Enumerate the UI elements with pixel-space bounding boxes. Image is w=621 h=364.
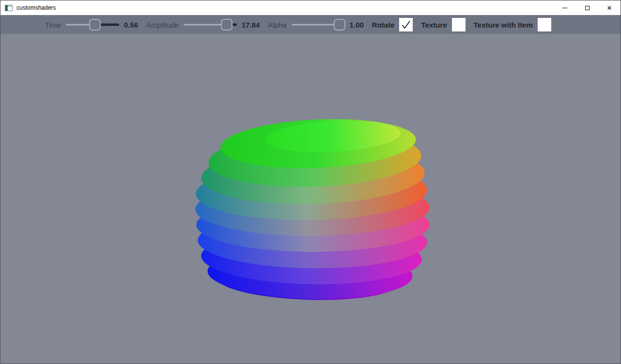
maximize-icon bbox=[585, 6, 590, 10]
time-value: 0.56 bbox=[124, 21, 138, 29]
texture-label[interactable]: Texture bbox=[421, 21, 447, 29]
app-window-icon bbox=[5, 5, 13, 11]
minimize-button[interactable] bbox=[554, 0, 576, 15]
time-label: Time bbox=[45, 21, 61, 29]
alpha-slider[interactable] bbox=[292, 19, 345, 30]
time-slider-handle[interactable] bbox=[89, 19, 101, 30]
alpha-slider-group: Alpha 1.00 bbox=[268, 19, 364, 30]
alpha-slider-handle[interactable] bbox=[334, 19, 345, 30]
alpha-value: 1.00 bbox=[350, 21, 364, 29]
shader-scene bbox=[0, 34, 621, 364]
amplitude-value: 17.84 bbox=[242, 21, 260, 29]
texture-with-item-checkbox-group: Texture with Item bbox=[474, 18, 551, 31]
rotate-label[interactable]: Rotate bbox=[372, 21, 395, 29]
amplitude-slider[interactable] bbox=[184, 19, 237, 30]
amplitude-slider-group: Amplitude 17.84 bbox=[146, 19, 260, 30]
alpha-label: Alpha bbox=[268, 21, 286, 29]
toolbar: Time 0.56 Amplitude 17.84 Alpha bbox=[0, 15, 621, 34]
titlebar[interactable]: customshaders ✕ bbox=[0, 0, 621, 15]
close-button[interactable]: ✕ bbox=[598, 0, 621, 15]
app-window: customshaders ✕ Time 0.56 Amplitude bbox=[0, 0, 621, 364]
check-icon bbox=[401, 19, 411, 30]
amplitude-label: Amplitude bbox=[146, 21, 179, 29]
texture-with-item-checkbox[interactable] bbox=[538, 18, 551, 31]
window-title: customshaders bbox=[16, 4, 56, 11]
texture-checkbox-group: Texture bbox=[421, 18, 465, 31]
rotate-checkbox-group: Rotate bbox=[372, 18, 413, 31]
window-controls: ✕ bbox=[554, 0, 621, 15]
minimize-icon bbox=[562, 8, 567, 8]
maximize-button[interactable] bbox=[576, 0, 598, 15]
close-icon: ✕ bbox=[607, 5, 612, 11]
rotate-checkbox[interactable] bbox=[399, 18, 413, 31]
texture-checkbox[interactable] bbox=[452, 18, 466, 31]
texture-with-item-label[interactable]: Texture with Item bbox=[474, 21, 533, 29]
time-slider[interactable] bbox=[66, 19, 119, 30]
amplitude-slider-handle[interactable] bbox=[221, 19, 233, 30]
3d-viewport[interactable] bbox=[0, 34, 621, 364]
time-slider-group: Time 0.56 bbox=[45, 19, 138, 30]
